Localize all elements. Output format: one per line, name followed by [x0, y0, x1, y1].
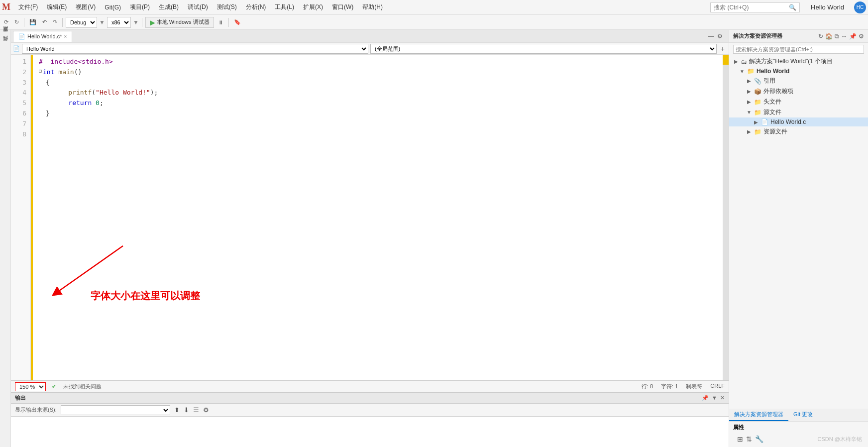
tree-helloworld-c[interactable]: ▶ 📄 Hello World.c: [729, 117, 868, 126]
search-input[interactable]: [714, 4, 789, 11]
status-encoding: CRLF: [710, 383, 725, 390]
sidebar-search: [729, 43, 868, 56]
scope-select[interactable]: Hello World: [22, 44, 368, 54]
menu-test[interactable]: 测试(S): [213, 2, 241, 12]
code-line-7: [39, 119, 717, 129]
tree-expand-sources[interactable]: ▼: [746, 110, 752, 115]
props-title: 属性: [733, 424, 864, 431]
nav-bar: 📄 Hello World (全局范围) +: [11, 43, 729, 55]
zoom-select[interactable]: 150 %: [15, 382, 46, 391]
menu-file[interactable]: 文件(F): [14, 2, 42, 12]
sidebar-collapse-icon[interactable]: ⧉: [835, 33, 839, 40]
right-sidebar: 解决方案资源管理器 ↻ 🏠 ⧉ ↔ 📌 ⚙ ▶ 🗂: [729, 30, 868, 447]
code-paren-open: (: [92, 88, 96, 98]
output-tab-label[interactable]: 输出: [15, 394, 26, 402]
output-min-btn[interactable]: ▼: [712, 395, 717, 401]
sidebar-sync-icon[interactable]: ↔: [841, 33, 847, 40]
tree-references[interactable]: ▶ 📎 引用: [729, 76, 868, 86]
menu-tools[interactable]: 工具(L): [271, 2, 298, 12]
output-pin-btn[interactable]: 📌: [702, 395, 709, 401]
tree-helloworld[interactable]: ▼ 📁 Hello World: [729, 67, 868, 76]
tree-expand-solution[interactable]: ▶: [733, 59, 739, 64]
code-content[interactable]: # include<stdio.h> ⊟ int main () {: [33, 55, 723, 380]
scrollbar-thumb[interactable]: [723, 55, 729, 65]
pause-btn[interactable]: ⏸: [216, 18, 225, 26]
tree-extdeps[interactable]: ▶ 📦 外部依赖项: [729, 86, 868, 97]
status-line: 行: 8: [642, 383, 653, 390]
code-line-5: return 0 ;: [39, 98, 717, 109]
nav-add-btn[interactable]: +: [719, 45, 727, 53]
tree-expand-helloworld[interactable]: ▼: [739, 69, 745, 74]
tree-label-helloworld: Hello World: [757, 68, 864, 75]
tree-sources[interactable]: ▼ 📁 源文件: [729, 107, 868, 117]
tree-expand-headers[interactable]: ▶: [746, 99, 752, 105]
tree-label-solution: 解决方案"Hello World"(1 个项目: [749, 57, 864, 66]
menu-debug[interactable]: 调试(D): [184, 2, 212, 12]
solution-tree: ▶ 🗂 解决方案"Hello World"(1 个项目 ▼ 📁 Hello Wo…: [729, 56, 868, 409]
run-button[interactable]: ▶ 本地 Windows 调试器: [145, 17, 214, 28]
output-close-btn[interactable]: ✕: [720, 395, 725, 401]
fwd-btn[interactable]: ↻: [12, 18, 21, 26]
tree-expand-hwc[interactable]: ▶: [753, 119, 759, 125]
sidebar-tab-git[interactable]: Git 更改: [788, 409, 818, 421]
search-bar[interactable]: 🔍: [710, 2, 800, 12]
tab-icon: 📄: [18, 33, 25, 40]
bookmark-btn[interactable]: 🔖: [232, 18, 243, 26]
back-btn[interactable]: ⟳: [2, 18, 10, 26]
sidebar-pin-icon[interactable]: 📌: [849, 33, 857, 40]
tab-settings-icon[interactable]: ⚙: [717, 33, 723, 40]
output-scroll-btn[interactable]: ⬇: [184, 406, 189, 414]
config-select[interactable]: Debug: [66, 17, 97, 28]
tab-minimize-icon[interactable]: —: [708, 33, 714, 40]
tree-expand-ref[interactable]: ▶: [746, 78, 752, 84]
scrollbar[interactable]: [723, 55, 729, 380]
menu-edit[interactable]: 编辑(E): [43, 2, 71, 12]
output-source-select[interactable]: [61, 405, 170, 415]
tree-expand-extdeps[interactable]: ▶: [746, 89, 752, 94]
save-btn[interactable]: 💾: [27, 18, 38, 26]
menu-project[interactable]: 项目(P): [126, 2, 154, 12]
props-settings-icon[interactable]: 🔧: [755, 435, 763, 443]
output-source-label: 显示输出来源(S):: [15, 406, 57, 414]
properties-section: 属性 ⊞ ⇅ 🔧: [729, 422, 868, 447]
redo-btn[interactable]: ↷: [51, 18, 59, 26]
output-filter-btn[interactable]: ⚙: [203, 406, 209, 414]
tree-solution[interactable]: ▶ 🗂 解决方案"Hello World"(1 个项目: [729, 56, 868, 67]
left-sidebar: 解决方案 属性: [0, 30, 11, 447]
tree-resources[interactable]: ▶ 📁 资源文件: [729, 126, 868, 137]
menu-window[interactable]: 窗口(W): [328, 2, 357, 12]
tree-expand-res[interactable]: ▶: [746, 129, 752, 134]
tree-icon-helloworld: 📁: [747, 68, 755, 75]
menu-git[interactable]: Git(G): [101, 3, 125, 12]
menu-view[interactable]: 视图(V): [72, 2, 100, 12]
tree-icon-res: 📁: [754, 128, 761, 135]
undo-btn[interactable]: ↶: [40, 18, 49, 26]
tab-helloworld[interactable]: 📄 Hello World.c* ×: [13, 31, 72, 42]
menu-analyze[interactable]: 分析(N): [242, 2, 270, 12]
props-sort-icon[interactable]: ⇅: [746, 435, 752, 443]
tree-headers[interactable]: ▶ 📁 头文件: [729, 97, 868, 107]
fold-icon-2[interactable]: ⊟: [39, 67, 42, 75]
range-select[interactable]: (全局范围): [370, 44, 717, 54]
sidebar-home-icon[interactable]: 🏠: [825, 33, 833, 40]
menu-build[interactable]: 生成(B): [155, 2, 183, 12]
platform-select[interactable]: x86: [107, 17, 131, 28]
status-col: 字符: 1: [661, 383, 678, 390]
output-clear-btn[interactable]: ⬆: [174, 406, 180, 414]
left-tab-props[interactable]: 属性: [0, 41, 11, 49]
sidebar-search-input[interactable]: [733, 45, 864, 54]
menu-extensions[interactable]: 扩展(X): [299, 2, 327, 12]
sidebar-tab-explorer[interactable]: 解决方案资源管理器: [729, 409, 788, 421]
props-grid-icon[interactable]: ⊞: [737, 435, 743, 443]
sidebar-settings-icon[interactable]: ⚙: [859, 33, 864, 40]
output-wrap-btn[interactable]: ☰: [193, 406, 199, 414]
menu-help[interactable]: 帮助(H): [358, 2, 387, 12]
code-paren-close: );: [150, 88, 158, 98]
tree-label-extdeps: 外部依赖项: [763, 87, 864, 96]
tab-label: Hello World.c*: [27, 33, 62, 39]
code-printf: printf: [68, 88, 92, 98]
tab-close-btn[interactable]: ×: [64, 34, 67, 39]
left-tab-explorer[interactable]: 解决方案: [0, 32, 11, 40]
code-main: [55, 67, 59, 78]
sidebar-refresh-icon[interactable]: ↻: [818, 33, 823, 40]
